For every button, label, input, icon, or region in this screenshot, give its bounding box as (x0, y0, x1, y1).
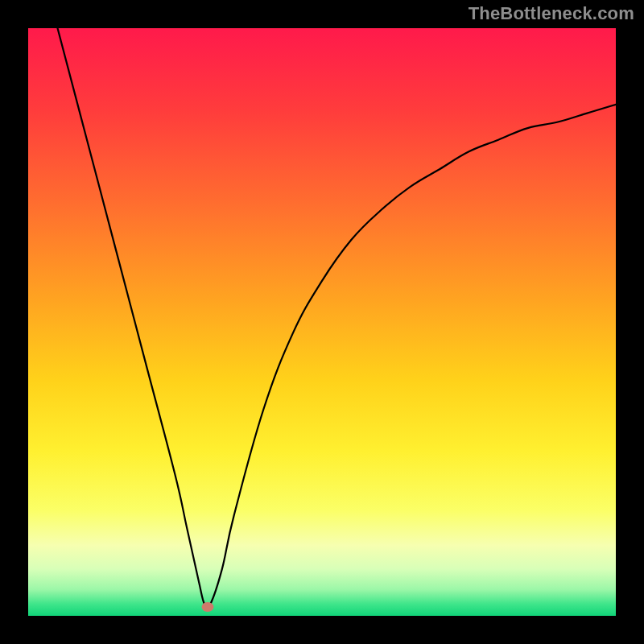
optimum-marker (201, 602, 213, 612)
watermark-text: TheBottleneck.com (469, 3, 634, 24)
curve-svg (28, 28, 616, 616)
bottleneck-curve (58, 28, 617, 609)
chart-frame: TheBottleneck.com (0, 0, 644, 644)
plot-area (28, 28, 616, 616)
